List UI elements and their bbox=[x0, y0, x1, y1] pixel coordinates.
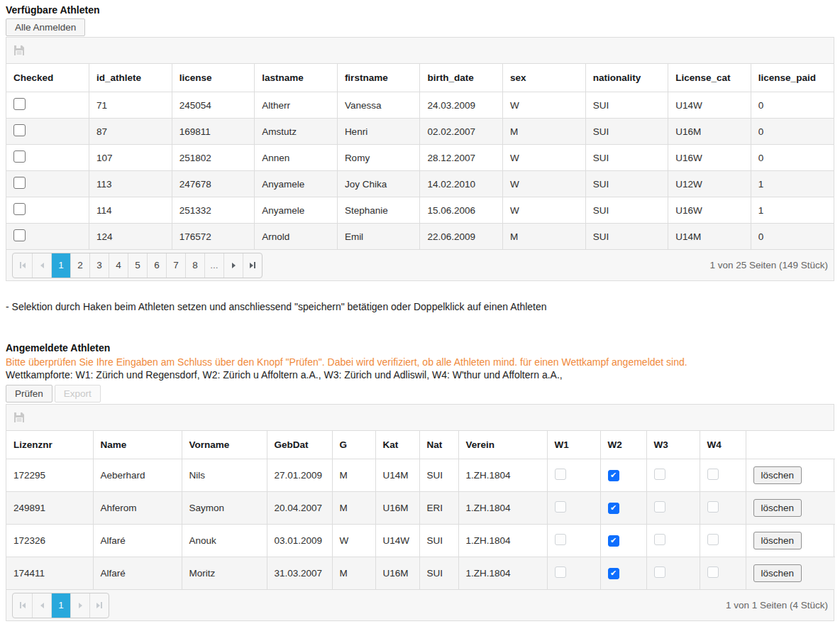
w3-checkbox[interactable] bbox=[654, 566, 665, 578]
selection-hint-text: - Selektion durch Haken beim Athleten se… bbox=[6, 301, 834, 312]
cell-nat: SUI bbox=[419, 459, 458, 492]
cell-name: Alfaré bbox=[93, 557, 182, 590]
table-row[interactable]: 113247678AnyameleJoy Chika14.02.2010WSUI… bbox=[6, 171, 834, 197]
pager-more-button[interactable]: ... bbox=[204, 253, 223, 278]
w2-checkbox[interactable] bbox=[608, 568, 619, 579]
column-header: GebDat bbox=[267, 431, 332, 459]
pager-page-1[interactable]: 1 bbox=[51, 593, 70, 618]
pager-page-3[interactable]: 3 bbox=[89, 253, 109, 278]
action-cell: löschen bbox=[746, 459, 835, 492]
cell-id_athlete: 114 bbox=[89, 197, 172, 224]
row-checkbox[interactable] bbox=[13, 177, 26, 189]
pager-first-button bbox=[13, 253, 32, 278]
cell-firstname: Stephanie bbox=[337, 197, 420, 224]
column-header: nationality bbox=[585, 64, 668, 92]
table-row: 172295AeberhardNils27.01.2009MU14MSUI1.Z… bbox=[6, 459, 835, 492]
table-row: 249891AhferomSaymon20.04.2007MU16MERI1.Z… bbox=[6, 492, 835, 525]
column-header bbox=[746, 431, 835, 459]
registered-actions: Prüfen Export bbox=[6, 385, 834, 403]
row-checkbox[interactable] bbox=[13, 98, 26, 110]
column-header: W4 bbox=[700, 431, 746, 459]
checked-cell bbox=[6, 119, 89, 145]
cell-nationality: SUI bbox=[585, 92, 668, 119]
cell-verein: 1.ZH.1804 bbox=[458, 525, 547, 557]
cell-license: 251332 bbox=[172, 197, 255, 224]
checked-cell bbox=[6, 92, 89, 119]
w2-checkbox[interactable] bbox=[608, 535, 619, 547]
pager-page-4[interactable]: 4 bbox=[109, 253, 128, 278]
table-row[interactable]: 114251332AnyameleStephanie15.06.2006WSUI… bbox=[6, 197, 834, 224]
pager-page-5[interactable]: 5 bbox=[128, 253, 147, 278]
cell-id_athlete: 107 bbox=[89, 145, 172, 171]
table-row[interactable]: 71245054AltherrVanessa24.03.2009WSUIU14W… bbox=[6, 92, 834, 119]
table-row[interactable]: 124176572ArnoldEmil22.06.2009MSUIU14M0 bbox=[6, 224, 834, 250]
w4-checkbox[interactable] bbox=[707, 501, 719, 513]
checked-cell bbox=[6, 171, 89, 197]
cell-gebdat: 31.03.2007 bbox=[267, 557, 332, 590]
w4-checkbox[interactable] bbox=[707, 534, 719, 545]
pager-page-2[interactable]: 2 bbox=[70, 253, 89, 278]
cell-gebdat: 03.01.2009 bbox=[267, 525, 332, 557]
row-checkbox[interactable] bbox=[13, 150, 26, 163]
w3-checkbox[interactable] bbox=[654, 469, 665, 480]
column-header: Checked bbox=[6, 64, 89, 92]
cell-license: 169811 bbox=[172, 119, 255, 145]
available-pager-info: 1 von 25 Seiten (149 Stück) bbox=[709, 260, 828, 270]
delete-button[interactable]: löschen bbox=[753, 564, 802, 582]
cell-license: 176572 bbox=[172, 224, 255, 250]
column-header: License_cat bbox=[668, 64, 751, 92]
w3-checkbox[interactable] bbox=[654, 501, 665, 513]
cell-license_cat: U14W bbox=[668, 92, 751, 119]
pager-next-button[interactable] bbox=[223, 253, 243, 278]
delete-button[interactable]: löschen bbox=[753, 466, 802, 484]
verify-warning-text: Bitte überprüfen Sie Ihre Eingaben am Sc… bbox=[6, 356, 834, 368]
cell-name: Aeberhard bbox=[93, 459, 182, 492]
w1-checkbox[interactable] bbox=[555, 534, 566, 545]
w3-checkbox[interactable] bbox=[654, 534, 665, 545]
pager-page-1[interactable]: 1 bbox=[51, 253, 70, 278]
registered-grid-toolbar bbox=[6, 405, 834, 431]
cell-id_athlete: 71 bbox=[89, 92, 172, 119]
cell-lastname: Arnold bbox=[255, 224, 338, 250]
w1-checkbox[interactable] bbox=[555, 566, 566, 578]
w4-checkbox[interactable] bbox=[707, 469, 719, 480]
w1-checkbox[interactable] bbox=[555, 469, 566, 480]
cell-nat: ERI bbox=[419, 492, 458, 525]
pager-prev-button bbox=[32, 253, 51, 278]
cell-verein: 1.ZH.1804 bbox=[458, 459, 547, 492]
pager-page-8[interactable]: 8 bbox=[185, 253, 204, 278]
action-cell: löschen bbox=[746, 492, 835, 525]
w1-cell bbox=[547, 492, 600, 525]
w4-cell bbox=[700, 492, 746, 525]
cell-gebdat: 27.01.2009 bbox=[267, 459, 332, 492]
delete-button[interactable]: löschen bbox=[753, 532, 802, 549]
table-row[interactable]: 107251802AnnenRomy28.12.2007WSUIU16W0 bbox=[6, 145, 834, 171]
cell-nationality: SUI bbox=[585, 145, 668, 171]
w2-checkbox[interactable] bbox=[608, 470, 619, 481]
row-checkbox[interactable] bbox=[13, 203, 26, 215]
register-all-button[interactable]: Alle Anmelden bbox=[6, 18, 85, 36]
cell-sex: M bbox=[503, 224, 586, 250]
w4-checkbox[interactable] bbox=[707, 566, 719, 578]
w1-checkbox[interactable] bbox=[555, 501, 566, 513]
row-checkbox[interactable] bbox=[13, 229, 26, 241]
pager-page-6[interactable]: 6 bbox=[147, 253, 166, 278]
column-header: Verein bbox=[458, 431, 547, 459]
cell-lastname: Amstutz bbox=[255, 119, 338, 145]
column-header: Vorname bbox=[182, 431, 267, 459]
cell-sex: W bbox=[503, 92, 586, 119]
delete-button[interactable]: löschen bbox=[753, 499, 802, 517]
row-checkbox[interactable] bbox=[13, 124, 26, 136]
cell-license_cat: U16W bbox=[668, 197, 751, 224]
cell-license_cat: U14M bbox=[668, 224, 751, 250]
cell-nat: SUI bbox=[419, 525, 458, 557]
pager-last-button[interactable] bbox=[243, 253, 262, 278]
column-header: Kat bbox=[375, 431, 419, 459]
cell-lizenznr: 174411 bbox=[6, 557, 93, 590]
check-button[interactable]: Prüfen bbox=[6, 385, 52, 403]
table-row[interactable]: 87169811AmstutzHenri02.02.2007MSUIU16M0 bbox=[6, 119, 834, 145]
cell-lastname: Annen bbox=[255, 145, 338, 171]
pager-page-7[interactable]: 7 bbox=[166, 253, 185, 278]
column-header: license bbox=[172, 64, 255, 92]
w2-checkbox[interactable] bbox=[608, 503, 619, 514]
